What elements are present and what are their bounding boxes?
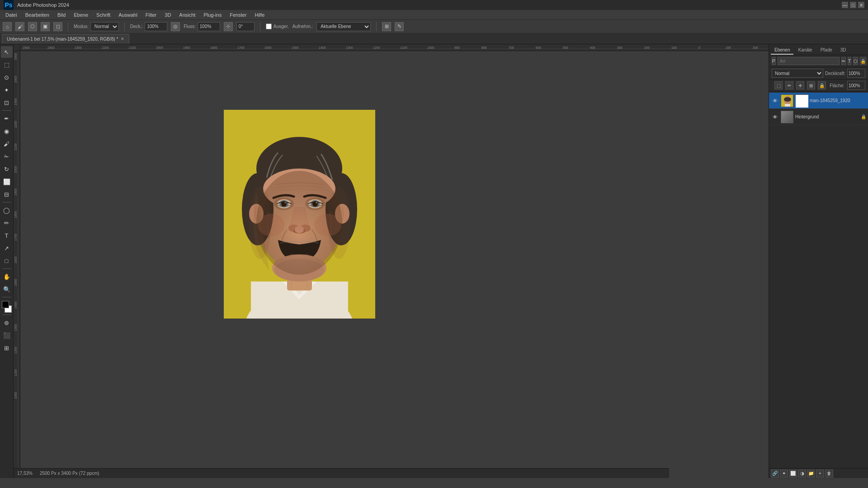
layer-filter-btn-3[interactable]: ⬡ bbox=[853, 57, 858, 65]
quick-mask-tool[interactable]: ⊚ bbox=[1, 317, 13, 328]
dodge-tool[interactable]: ◯ bbox=[1, 204, 13, 216]
spot-healing-tool[interactable]: ◉ bbox=[1, 125, 13, 137]
layer-lock-icon-hintergrund: 🔒 bbox=[861, 114, 866, 119]
tab-close-button[interactable]: ✕ bbox=[121, 37, 124, 41]
extra-option-2[interactable]: ✎ bbox=[395, 22, 404, 31]
type-tool[interactable]: T bbox=[1, 230, 13, 241]
flow-icon[interactable]: ◎ bbox=[171, 22, 180, 31]
brush-tool[interactable]: 🖌 bbox=[1, 138, 13, 150]
menu-hilfe[interactable]: Hilfe bbox=[251, 11, 268, 19]
angle-input[interactable] bbox=[236, 22, 255, 31]
tab-bar: Unbenannt-1 bei 17,5% (man-1845259_1920,… bbox=[0, 33, 868, 44]
layer-item-hintergrund[interactable]: 👁 Hintergrund 🔒 bbox=[769, 109, 868, 125]
panel-tab-kanäle[interactable]: Kanäle bbox=[794, 46, 816, 55]
lock-all-btn[interactable]: 🔒 bbox=[818, 81, 826, 89]
quick-select-tool[interactable]: ✦ bbox=[1, 84, 13, 96]
brush-option-2[interactable]: ▣ bbox=[41, 22, 50, 31]
flow-label: Deck.: bbox=[130, 24, 143, 29]
menu-datei[interactable]: Datei bbox=[2, 11, 21, 19]
foreground-color-swatch[interactable] bbox=[2, 301, 9, 308]
panel-tab-ebenen[interactable]: Ebenen bbox=[771, 46, 793, 55]
menu-schrift[interactable]: Schrift bbox=[93, 11, 114, 19]
layer-filter-btn-1[interactable]: ✏ bbox=[841, 57, 846, 65]
svg-text:800: 800 bbox=[481, 46, 487, 49]
layer-visibility-man[interactable]: 👁 bbox=[771, 97, 779, 105]
link-layers-btn[interactable]: 🔗 bbox=[771, 469, 779, 478]
rectangle-select-tool[interactable]: ⬚ bbox=[1, 59, 13, 70]
layer-filter-btn-4[interactable]: 🔒 bbox=[860, 57, 866, 65]
menu-fenster[interactable]: Fenster bbox=[226, 11, 250, 19]
svg-text:2300: 2300 bbox=[75, 46, 82, 49]
angle-icon[interactable]: ⊹ bbox=[224, 22, 233, 31]
add-effect-btn[interactable]: ✦ bbox=[780, 469, 788, 478]
layer-item-man[interactable]: 👁 man-184 bbox=[769, 93, 868, 109]
maximize-button[interactable]: □ bbox=[850, 2, 856, 8]
add-mask-btn[interactable]: ⬜ bbox=[789, 469, 797, 478]
layer-visibility-hintergrund[interactable]: 👁 bbox=[771, 113, 779, 121]
menu-plugins[interactable]: Plug-ins bbox=[200, 11, 225, 19]
shape-tool[interactable]: □ bbox=[1, 255, 13, 267]
gradient-tool[interactable]: ⊟ bbox=[1, 188, 13, 200]
panel-tab-3d[interactable]: 3D bbox=[837, 46, 850, 55]
svg-text:200: 200 bbox=[753, 46, 758, 49]
layer-blend-mode-select[interactable]: Normal Multiplizieren Abdunkeln bbox=[772, 69, 823, 78]
home-button[interactable]: ⌂ bbox=[3, 22, 12, 31]
panel-tab-pfade[interactable]: Pfade bbox=[817, 46, 836, 55]
hand-tool[interactable]: ✋ bbox=[1, 271, 13, 282]
menu-auswahl[interactable]: Auswahl bbox=[115, 11, 141, 19]
history-brush-tool[interactable]: ↻ bbox=[1, 163, 13, 175]
ausger-checkbox[interactable] bbox=[266, 23, 272, 29]
flow-group: Deck.: bbox=[130, 22, 167, 31]
fluss-input[interactable] bbox=[198, 22, 220, 31]
brush-option-3[interactable]: ◻ bbox=[53, 22, 62, 31]
eraser-tool[interactable]: ⬜ bbox=[1, 176, 13, 188]
zoom-tool[interactable]: 🔍 bbox=[1, 283, 13, 295]
svg-text:1400: 1400 bbox=[319, 46, 326, 49]
extra-option-1[interactable]: ⊞ bbox=[382, 22, 391, 31]
pen-tool[interactable]: ✏ bbox=[1, 217, 13, 229]
crop-tool[interactable]: ⊡ bbox=[1, 97, 13, 108]
close-button[interactable]: ✕ bbox=[858, 2, 864, 8]
fläche-label: Fläche: bbox=[830, 83, 844, 88]
menu-filter[interactable]: Filter bbox=[142, 11, 160, 19]
artboards-tool[interactable]: ⊞ bbox=[1, 342, 13, 354]
minimize-button[interactable]: — bbox=[842, 2, 848, 8]
layer-filter-btn-2[interactable]: T bbox=[848, 57, 851, 65]
move-tool[interactable]: ↖ bbox=[1, 46, 13, 58]
title-bar-controls[interactable]: — □ ✕ bbox=[842, 2, 864, 8]
mode-select[interactable]: Normal bbox=[90, 22, 119, 31]
opacity-input[interactable] bbox=[847, 69, 865, 78]
lock-transparent-btn[interactable]: ⬚ bbox=[774, 81, 783, 89]
svg-text:200: 200 bbox=[644, 46, 650, 49]
menu-bild[interactable]: Bild bbox=[54, 11, 69, 19]
menu-3d[interactable]: 3D bbox=[161, 11, 175, 19]
fill-input[interactable] bbox=[847, 81, 865, 90]
svg-text:1400: 1400 bbox=[14, 301, 17, 309]
lock-pixels-btn[interactable]: ✏ bbox=[785, 81, 793, 89]
color-swatches[interactable] bbox=[1, 301, 13, 313]
clone-stamp-tool[interactable]: ✁ bbox=[1, 150, 13, 162]
eyedropper-tool[interactable]: ✒ bbox=[1, 113, 13, 124]
lock-position-btn[interactable]: ✛ bbox=[796, 81, 804, 89]
layer-search-input[interactable] bbox=[778, 57, 840, 65]
path-select-tool[interactable]: ↗ bbox=[1, 242, 13, 254]
menu-ansicht[interactable]: Ansicht bbox=[175, 11, 199, 19]
new-group-btn[interactable]: 📁 bbox=[807, 469, 815, 478]
lock-artboard-btn[interactable]: ⊞ bbox=[807, 81, 815, 89]
aufnehm-group: Aufnehm.: bbox=[292, 24, 313, 29]
delete-layer-btn[interactable]: 🗑 bbox=[825, 469, 833, 478]
aktuelle-select[interactable]: Aktuelle Ebene bbox=[316, 22, 371, 31]
new-adjustment-btn[interactable]: ◑ bbox=[798, 469, 806, 478]
tool-sep-2 bbox=[2, 202, 11, 202]
menu-bearbeiten[interactable]: Bearbeiten bbox=[22, 11, 53, 19]
flow-input[interactable] bbox=[145, 22, 167, 31]
brush-tool-option[interactable]: 🖌 bbox=[15, 22, 24, 31]
layer-kind-filter[interactable]: P bbox=[772, 57, 776, 65]
screen-mode-tool[interactable]: ⬛ bbox=[1, 329, 13, 341]
brush-preset[interactable]: ⬡ bbox=[28, 22, 37, 31]
opacity-label: Deckkraft: bbox=[825, 71, 845, 76]
new-layer-btn[interactable]: + bbox=[816, 469, 824, 478]
menu-ebene[interactable]: Ebene bbox=[70, 11, 92, 19]
lasso-tool[interactable]: ⊙ bbox=[1, 71, 13, 83]
document-tab[interactable]: Unbenannt-1 bei 17,5% (man-1845259_1920,… bbox=[2, 34, 129, 44]
